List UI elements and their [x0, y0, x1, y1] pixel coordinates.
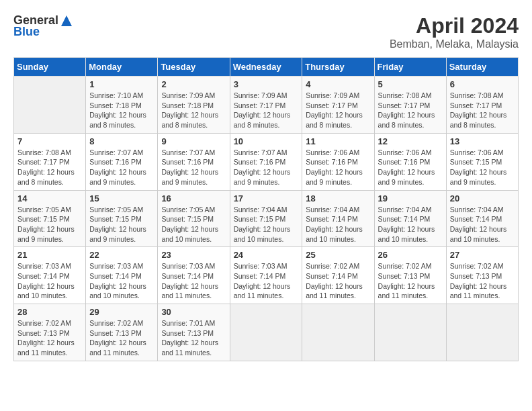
- day-info: Sunrise: 7:02 AMSunset: 7:13 PMDaylight:…: [89, 318, 154, 358]
- day-info: Sunrise: 7:05 AMSunset: 7:15 PMDaylight:…: [89, 205, 154, 244]
- day-number: 4: [306, 79, 370, 89]
- weekday-header-wednesday: Wednesday: [230, 58, 302, 77]
- day-number: 11: [306, 136, 370, 146]
- weekday-header-monday: Monday: [86, 58, 158, 77]
- title-area: April 2024 Bemban, Melaka, Malaysia: [390, 13, 519, 50]
- day-info: Sunrise: 7:02 AMSunset: 7:14 PMDaylight:…: [306, 261, 370, 301]
- day-info: Sunrise: 7:05 AMSunset: 7:15 PMDaylight:…: [161, 205, 226, 244]
- calendar-table: SundayMondayTuesdayWednesdayThursdayFrid…: [13, 57, 519, 361]
- weekday-header-sunday: Sunday: [14, 58, 86, 77]
- calendar-cell: 11Sunrise: 7:06 AMSunset: 7:16 PMDayligh…: [302, 133, 374, 190]
- day-number: 3: [234, 79, 299, 89]
- day-info: Sunrise: 7:07 AMSunset: 7:16 PMDaylight:…: [161, 148, 226, 187]
- calendar-week-row: 7Sunrise: 7:08 AMSunset: 7:17 PMDaylight…: [14, 133, 519, 190]
- day-number: 7: [17, 136, 82, 146]
- calendar-week-row: 28Sunrise: 7:02 AMSunset: 7:13 PMDayligh…: [14, 304, 519, 361]
- calendar-cell: 21Sunrise: 7:03 AMSunset: 7:14 PMDayligh…: [14, 247, 86, 304]
- calendar-cell: 24Sunrise: 7:03 AMSunset: 7:14 PMDayligh…: [230, 247, 302, 304]
- day-number: 8: [89, 136, 154, 146]
- day-number: 14: [17, 193, 82, 203]
- calendar-cell: 7Sunrise: 7:08 AMSunset: 7:17 PMDaylight…: [14, 133, 86, 190]
- day-number: 24: [234, 250, 299, 260]
- month-title: April 2024: [390, 13, 519, 38]
- weekday-header-tuesday: Tuesday: [158, 58, 230, 77]
- day-number: 28: [17, 307, 82, 317]
- calendar-cell: [374, 304, 446, 361]
- day-number: 26: [378, 250, 443, 260]
- calendar-cell: 10Sunrise: 7:07 AMSunset: 7:16 PMDayligh…: [230, 133, 302, 190]
- calendar-cell: 1Sunrise: 7:10 AMSunset: 7:18 PMDaylight…: [86, 77, 158, 134]
- calendar-cell: 23Sunrise: 7:03 AMSunset: 7:14 PMDayligh…: [158, 247, 230, 304]
- day-number: 15: [89, 193, 154, 203]
- calendar-cell: 8Sunrise: 7:07 AMSunset: 7:16 PMDaylight…: [86, 133, 158, 190]
- location-title: Bemban, Melaka, Malaysia: [390, 38, 519, 50]
- calendar-week-row: 21Sunrise: 7:03 AMSunset: 7:14 PMDayligh…: [14, 247, 519, 304]
- svg-marker-0: [61, 15, 72, 26]
- day-info: Sunrise: 7:02 AMSunset: 7:13 PMDaylight:…: [450, 261, 515, 301]
- day-number: 23: [161, 250, 226, 260]
- calendar-cell: 15Sunrise: 7:05 AMSunset: 7:15 PMDayligh…: [86, 190, 158, 247]
- day-info: Sunrise: 7:04 AMSunset: 7:14 PMDaylight:…: [450, 205, 515, 244]
- day-info: Sunrise: 7:03 AMSunset: 7:14 PMDaylight:…: [161, 261, 226, 301]
- day-info: Sunrise: 7:06 AMSunset: 7:15 PMDaylight:…: [450, 148, 515, 187]
- calendar-cell: 5Sunrise: 7:08 AMSunset: 7:17 PMDaylight…: [374, 77, 446, 134]
- day-info: Sunrise: 7:08 AMSunset: 7:17 PMDaylight:…: [450, 91, 515, 130]
- calendar-cell: 14Sunrise: 7:05 AMSunset: 7:15 PMDayligh…: [14, 190, 86, 247]
- day-info: Sunrise: 7:01 AMSunset: 7:13 PMDaylight:…: [161, 318, 226, 358]
- day-info: Sunrise: 7:09 AMSunset: 7:17 PMDaylight:…: [306, 91, 370, 130]
- calendar-cell: 18Sunrise: 7:04 AMSunset: 7:14 PMDayligh…: [302, 190, 374, 247]
- day-number: 5: [378, 79, 443, 89]
- day-info: Sunrise: 7:03 AMSunset: 7:14 PMDaylight:…: [17, 261, 82, 301]
- day-info: Sunrise: 7:06 AMSunset: 7:16 PMDaylight:…: [306, 148, 370, 187]
- calendar-cell: 27Sunrise: 7:02 AMSunset: 7:13 PMDayligh…: [446, 247, 518, 304]
- calendar-cell: 28Sunrise: 7:02 AMSunset: 7:13 PMDayligh…: [14, 304, 86, 361]
- day-number: 6: [450, 79, 515, 89]
- day-number: 27: [450, 250, 515, 260]
- day-info: Sunrise: 7:03 AMSunset: 7:14 PMDaylight:…: [234, 261, 299, 301]
- calendar-cell: [446, 304, 518, 361]
- day-info: Sunrise: 7:05 AMSunset: 7:15 PMDaylight:…: [17, 205, 82, 244]
- day-number: 13: [450, 136, 515, 146]
- day-number: 9: [161, 136, 226, 146]
- day-info: Sunrise: 7:09 AMSunset: 7:18 PMDaylight:…: [161, 91, 226, 130]
- day-number: 25: [306, 250, 370, 260]
- day-number: 12: [378, 136, 443, 146]
- calendar-cell: [230, 304, 302, 361]
- day-info: Sunrise: 7:06 AMSunset: 7:16 PMDaylight:…: [378, 148, 443, 187]
- day-info: Sunrise: 7:07 AMSunset: 7:16 PMDaylight:…: [89, 148, 154, 187]
- calendar-week-row: 1Sunrise: 7:10 AMSunset: 7:18 PMDaylight…: [14, 77, 519, 134]
- calendar-cell: 16Sunrise: 7:05 AMSunset: 7:15 PMDayligh…: [158, 190, 230, 247]
- page-header: General Blue April 2024 Bemban, Melaka, …: [13, 13, 519, 50]
- weekday-header-thursday: Thursday: [302, 58, 374, 77]
- day-number: 18: [306, 193, 370, 203]
- weekday-header-row: SundayMondayTuesdayWednesdayThursdayFrid…: [14, 58, 519, 77]
- day-number: 17: [234, 193, 299, 203]
- logo: General Blue: [13, 13, 75, 39]
- day-number: 22: [89, 250, 154, 260]
- day-info: Sunrise: 7:04 AMSunset: 7:14 PMDaylight:…: [378, 205, 443, 244]
- calendar-cell: 26Sunrise: 7:02 AMSunset: 7:13 PMDayligh…: [374, 247, 446, 304]
- calendar-cell: 30Sunrise: 7:01 AMSunset: 7:13 PMDayligh…: [158, 304, 230, 361]
- day-info: Sunrise: 7:07 AMSunset: 7:16 PMDaylight:…: [234, 148, 299, 187]
- calendar-cell: 25Sunrise: 7:02 AMSunset: 7:14 PMDayligh…: [302, 247, 374, 304]
- logo-icon: [60, 14, 73, 28]
- calendar-cell: 20Sunrise: 7:04 AMSunset: 7:14 PMDayligh…: [446, 190, 518, 247]
- calendar-cell: 13Sunrise: 7:06 AMSunset: 7:15 PMDayligh…: [446, 133, 518, 190]
- day-number: 1: [89, 79, 154, 89]
- day-number: 10: [234, 136, 299, 146]
- calendar-cell: [14, 77, 86, 134]
- weekday-header-friday: Friday: [374, 58, 446, 77]
- calendar-week-row: 14Sunrise: 7:05 AMSunset: 7:15 PMDayligh…: [14, 190, 519, 247]
- day-info: Sunrise: 7:09 AMSunset: 7:17 PMDaylight:…: [234, 91, 299, 130]
- day-info: Sunrise: 7:04 AMSunset: 7:14 PMDaylight:…: [306, 205, 370, 244]
- weekday-header-saturday: Saturday: [446, 58, 518, 77]
- day-number: 19: [378, 193, 443, 203]
- calendar-cell: 2Sunrise: 7:09 AMSunset: 7:18 PMDaylight…: [158, 77, 230, 134]
- calendar-cell: 6Sunrise: 7:08 AMSunset: 7:17 PMDaylight…: [446, 77, 518, 134]
- day-info: Sunrise: 7:08 AMSunset: 7:17 PMDaylight:…: [17, 148, 82, 187]
- calendar-cell: 12Sunrise: 7:06 AMSunset: 7:16 PMDayligh…: [374, 133, 446, 190]
- day-number: 29: [89, 307, 154, 317]
- day-info: Sunrise: 7:02 AMSunset: 7:13 PMDaylight:…: [378, 261, 443, 301]
- day-number: 16: [161, 193, 226, 203]
- day-info: Sunrise: 7:08 AMSunset: 7:17 PMDaylight:…: [378, 91, 443, 130]
